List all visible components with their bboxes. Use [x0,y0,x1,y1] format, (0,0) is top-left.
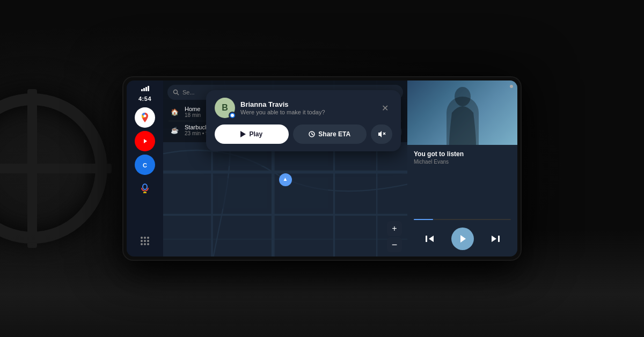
svg-line-39 [312,134,313,135]
sidebar-item-maps[interactable] [135,107,155,128]
svg-marker-45 [460,235,466,243]
notification-text: Brianna Travis Were you able to make it … [240,100,372,115]
svg-marker-46 [492,236,496,242]
zoom-in-button[interactable]: + [387,221,402,236]
svg-point-11 [141,240,143,242]
play-icon [240,131,246,137]
music-controls [407,224,517,257]
svg-point-13 [147,240,149,242]
play-button[interactable]: Play [215,124,289,144]
zoom-out-button[interactable]: − [387,237,402,252]
sidebar: 4:54 C [127,80,163,257]
svg-rect-28 [218,178,267,209]
location-pin [279,173,292,186]
home-icon: 🏠 [169,106,180,118]
svg-point-8 [141,237,143,239]
svg-line-32 [177,93,179,95]
svg-marker-36 [240,131,246,137]
share-eta-label: Share ETA [318,130,350,138]
clock-icon [309,131,315,137]
progress-bar[interactable] [414,219,511,220]
right-panel: You got to listen Michael Evans [407,80,517,257]
notification-header: B Brianna Travis Were you able to make i… [215,98,392,118]
sidebar-item-youtube[interactable] [135,131,155,151]
contact-name: Brianna Travis [240,100,372,108]
sidebar-item-assistant[interactable] [135,178,155,199]
music-play-button[interactable] [451,228,474,250]
svg-marker-43 [429,236,434,242]
svg-point-16 [147,243,149,245]
sidebar-item-all-apps[interactable] [135,231,155,251]
screen-display: 4:54 C [127,80,517,257]
svg-point-5 [143,184,147,189]
share-eta-button[interactable]: Share ETA [293,124,367,144]
svg-text:C: C [143,162,147,169]
svg-point-0 [144,115,147,118]
svg-point-14 [141,243,143,245]
svg-point-10 [147,237,149,239]
next-track-button[interactable] [487,230,504,247]
svg-point-9 [144,237,146,239]
svg-point-42 [455,87,471,106]
play-label: Play [249,130,262,138]
search-placeholder: Se... [182,89,195,96]
notification-actions: Play Share ETA [215,124,392,144]
mute-icon [377,130,386,138]
avatar-initial: B [222,103,228,113]
contact-avatar: B [215,98,235,118]
artist-name: Michael Evans [414,159,511,165]
svg-rect-47 [498,236,500,242]
notification-message: Were you able to make it today? [240,109,372,115]
screen-container: 4:54 C [123,77,521,260]
music-info: You got to listen Michael Evans [407,145,517,215]
svg-point-31 [174,90,178,94]
prev-track-button[interactable] [421,230,438,247]
album-silhouette [441,86,484,145]
svg-point-12 [144,240,146,242]
mute-button[interactable] [371,124,392,144]
signal-bars [141,86,149,91]
album-art [407,80,517,145]
starbucks-icon: ☕ [169,124,180,136]
song-title: You got to listen [414,150,511,158]
messenger-badge [229,112,236,119]
close-notification-button[interactable]: ✕ [377,100,392,115]
time-display: 4:54 [138,96,151,102]
notification-popup: B Brianna Travis Were you able to make i… [206,90,401,151]
sidebar-item-contacts[interactable]: C [135,155,155,175]
map-area: Se... 🏠 Home 18 min ☕ Starbucks [163,80,407,257]
svg-point-15 [144,243,146,245]
search-icon [173,89,179,96]
svg-rect-44 [426,236,427,242]
album-art-dot [510,85,513,88]
progress-fill [414,219,433,220]
